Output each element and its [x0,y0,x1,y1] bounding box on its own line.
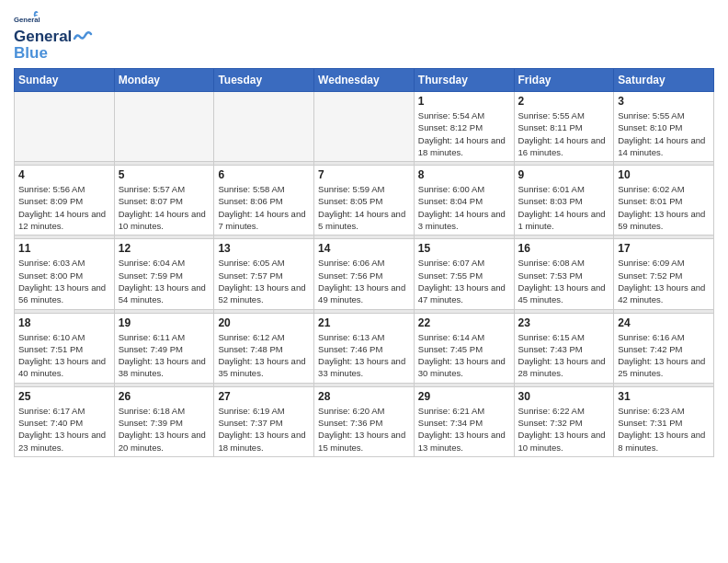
calendar-cell: 6Sunrise: 5:58 AMSunset: 8:06 PMDaylight… [214,166,314,236]
day-info: Sunrise: 6:07 AMSunset: 7:55 PMDaylight:… [418,257,510,305]
day-info: Sunrise: 5:59 AMSunset: 8:05 PMDaylight:… [318,183,410,232]
calendar-cell [114,92,214,162]
day-number: 19 [119,316,210,329]
day-info: Sunrise: 6:15 AMSunset: 7:43 PMDaylight:… [518,331,610,380]
day-info: Sunrise: 6:21 AMSunset: 7:34 PMDaylight:… [418,405,510,454]
day-number: 5 [119,168,210,181]
svg-text:General: General [14,16,40,24]
day-info: Sunrise: 5:55 AMSunset: 8:11 PMDaylight:… [518,109,610,158]
calendar-cell: 28Sunrise: 6:20 AMSunset: 7:36 PMDayligh… [314,386,415,456]
day-number: 2 [518,95,610,108]
day-number: 22 [418,316,510,329]
day-number: 20 [218,316,310,329]
logo-general-text: General [14,28,72,46]
calendar-cell: 24Sunrise: 6:16 AMSunset: 7:42 PMDayligh… [614,313,714,383]
calendar-cell [15,92,115,162]
calendar-cell: 4Sunrise: 5:56 AMSunset: 8:09 PMDaylight… [15,166,115,236]
day-info: Sunrise: 6:04 AMSunset: 7:59 PMDaylight:… [119,257,210,305]
calendar-cell: 16Sunrise: 6:08 AMSunset: 7:53 PMDayligh… [514,239,614,309]
calendar-cell: 31Sunrise: 6:23 AMSunset: 7:31 PMDayligh… [614,386,714,456]
day-info: Sunrise: 6:12 AMSunset: 7:48 PMDaylight:… [218,331,310,380]
day-number: 13 [218,242,310,255]
day-info: Sunrise: 6:03 AMSunset: 8:00 PMDaylight:… [18,257,110,305]
day-info: Sunrise: 5:54 AMSunset: 8:12 PMDaylight:… [418,109,510,158]
col-header-monday: Monday [114,69,214,92]
calendar-cell: 15Sunrise: 6:07 AMSunset: 7:55 PMDayligh… [414,239,514,309]
day-number: 27 [218,390,310,403]
calendar-cell: 12Sunrise: 6:04 AMSunset: 7:59 PMDayligh… [114,239,214,309]
day-info: Sunrise: 6:23 AMSunset: 7:31 PMDaylight:… [618,405,710,454]
calendar-cell: 18Sunrise: 6:10 AMSunset: 7:51 PMDayligh… [15,313,115,383]
day-number: 6 [218,168,310,181]
calendar-cell: 10Sunrise: 6:02 AMSunset: 8:01 PMDayligh… [614,166,714,236]
day-info: Sunrise: 6:10 AMSunset: 7:51 PMDaylight:… [18,331,110,380]
calendar-cell [314,92,415,162]
calendar-cell: 19Sunrise: 6:11 AMSunset: 7:49 PMDayligh… [114,313,214,383]
page-container: General General Blue SundayMondayTuesday… [0,0,728,462]
day-info: Sunrise: 5:57 AMSunset: 8:07 PMDaylight:… [119,183,210,232]
day-info: Sunrise: 6:18 AMSunset: 7:39 PMDaylight:… [119,405,210,454]
header: General General Blue [14,9,714,63]
calendar-cell: 30Sunrise: 6:22 AMSunset: 7:32 PMDayligh… [514,386,614,456]
day-info: Sunrise: 6:19 AMSunset: 7:37 PMDaylight:… [218,405,310,454]
day-number: 14 [318,242,410,255]
col-header-wednesday: Wednesday [314,69,415,92]
day-info: Sunrise: 5:58 AMSunset: 8:06 PMDaylight:… [218,183,310,232]
day-number: 11 [18,242,110,255]
calendar-cell: 7Sunrise: 5:59 AMSunset: 8:05 PMDaylight… [314,166,415,236]
logo: General General Blue [14,9,94,63]
day-number: 4 [18,168,110,181]
calendar-cell: 29Sunrise: 6:21 AMSunset: 7:34 PMDayligh… [414,386,514,456]
day-info: Sunrise: 5:56 AMSunset: 8:09 PMDaylight:… [18,183,110,232]
day-number: 15 [418,242,510,255]
calendar-cell: 25Sunrise: 6:17 AMSunset: 7:40 PMDayligh… [15,386,115,456]
day-info: Sunrise: 6:08 AMSunset: 7:53 PMDaylight:… [518,257,610,305]
day-info: Sunrise: 6:09 AMSunset: 7:52 PMDaylight:… [618,257,710,305]
col-header-sunday: Sunday [15,69,115,92]
day-number: 26 [119,390,210,403]
day-number: 21 [318,316,410,329]
day-info: Sunrise: 6:11 AMSunset: 7:49 PMDaylight:… [119,331,210,380]
day-info: Sunrise: 6:17 AMSunset: 7:40 PMDaylight:… [18,405,110,454]
calendar-cell: 21Sunrise: 6:13 AMSunset: 7:46 PMDayligh… [314,313,415,383]
col-header-thursday: Thursday [414,69,514,92]
day-info: Sunrise: 5:55 AMSunset: 8:10 PMDaylight:… [618,109,710,158]
day-number: 16 [518,242,610,255]
calendar-cell: 13Sunrise: 6:05 AMSunset: 7:57 PMDayligh… [214,239,314,309]
day-number: 17 [618,242,710,255]
day-number: 31 [618,390,710,403]
day-number: 7 [318,168,410,181]
day-info: Sunrise: 6:20 AMSunset: 7:36 PMDaylight:… [318,405,410,454]
calendar-cell: 3Sunrise: 5:55 AMSunset: 8:10 PMDaylight… [614,92,714,162]
logo-icon: General [14,9,40,28]
day-info: Sunrise: 6:01 AMSunset: 8:03 PMDaylight:… [518,183,610,232]
col-header-friday: Friday [514,69,614,92]
calendar-cell: 5Sunrise: 5:57 AMSunset: 8:07 PMDaylight… [114,166,214,236]
calendar-cell: 26Sunrise: 6:18 AMSunset: 7:39 PMDayligh… [114,386,214,456]
day-number: 30 [518,390,610,403]
day-number: 25 [18,390,110,403]
day-number: 28 [318,390,410,403]
day-info: Sunrise: 6:02 AMSunset: 8:01 PMDaylight:… [618,183,710,232]
day-info: Sunrise: 6:14 AMSunset: 7:45 PMDaylight:… [418,331,510,380]
calendar-cell: 1Sunrise: 5:54 AMSunset: 8:12 PMDaylight… [414,92,514,162]
calendar-cell: 8Sunrise: 6:00 AMSunset: 8:04 PMDaylight… [414,166,514,236]
day-number: 9 [518,168,610,181]
day-number: 1 [418,95,510,108]
calendar-cell: 2Sunrise: 5:55 AMSunset: 8:11 PMDaylight… [514,92,614,162]
col-header-tuesday: Tuesday [214,69,314,92]
day-number: 24 [618,316,710,329]
calendar-cell: 23Sunrise: 6:15 AMSunset: 7:43 PMDayligh… [514,313,614,383]
calendar-cell: 20Sunrise: 6:12 AMSunset: 7:48 PMDayligh… [214,313,314,383]
day-info: Sunrise: 6:16 AMSunset: 7:42 PMDaylight:… [618,331,710,380]
calendar-cell: 11Sunrise: 6:03 AMSunset: 8:00 PMDayligh… [15,239,115,309]
col-header-saturday: Saturday [614,69,714,92]
logo-blue-text: Blue [14,44,48,63]
calendar-cell: 27Sunrise: 6:19 AMSunset: 7:37 PMDayligh… [214,386,314,456]
day-info: Sunrise: 6:22 AMSunset: 7:32 PMDaylight:… [518,405,610,454]
calendar-table: SundayMondayTuesdayWednesdayThursdayFrid… [14,68,714,457]
day-number: 3 [618,95,710,108]
calendar-cell: 9Sunrise: 6:01 AMSunset: 8:03 PMDaylight… [514,166,614,236]
day-number: 10 [618,168,710,181]
calendar-cell: 14Sunrise: 6:06 AMSunset: 7:56 PMDayligh… [314,239,415,309]
